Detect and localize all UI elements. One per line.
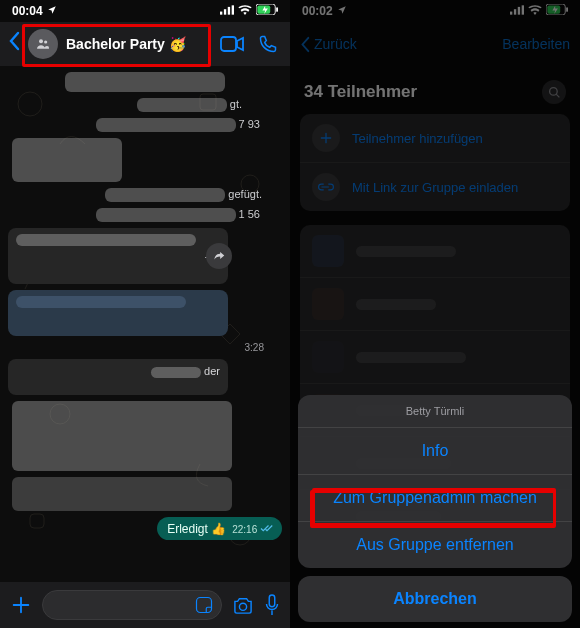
chat-header[interactable]: Bachelor Party 🥳 bbox=[0, 22, 290, 66]
outgoing-msg[interactable]: Erledigt 👍 22:16 bbox=[157, 517, 282, 540]
battery-icon bbox=[256, 4, 278, 18]
location-arrow-icon bbox=[47, 4, 57, 18]
svg-point-7 bbox=[39, 39, 43, 43]
search-icon bbox=[548, 86, 561, 99]
status-bar: 00:02 bbox=[290, 0, 580, 22]
svg-rect-18 bbox=[269, 595, 275, 607]
svg-rect-6 bbox=[276, 7, 278, 12]
incoming-msg[interactable]: --C bbox=[8, 228, 228, 284]
msg-frag: gt. bbox=[230, 98, 242, 110]
participants-count: 34 Teilnehmer bbox=[304, 82, 417, 102]
group-actions-card: Teilnehmer hinzufügen Mit Link zur Grupp… bbox=[300, 114, 570, 211]
chat-messages-area[interactable]: gt. 7 93 gefügt. 1 56 --C 3:28 der Erled… bbox=[0, 66, 290, 582]
location-arrow-icon bbox=[337, 4, 347, 18]
redacted-system-msg bbox=[65, 72, 225, 92]
edit-button[interactable]: Bearbeiten bbox=[502, 36, 570, 52]
participant-row[interactable] bbox=[300, 278, 570, 331]
nav-bar: Zurück Bearbeiten bbox=[290, 22, 580, 66]
svg-rect-1 bbox=[224, 9, 226, 14]
video-call-icon[interactable] bbox=[218, 36, 246, 52]
add-participant-label: Teilnehmer hinzufügen bbox=[352, 131, 483, 146]
outgoing-text: Erledigt 👍 bbox=[167, 522, 226, 536]
timestamp-frag: 3:28 bbox=[245, 342, 282, 353]
action-sheet: Betty Türmli Info Zum Gruppenadmin mache… bbox=[298, 395, 572, 622]
svg-point-17 bbox=[239, 603, 246, 610]
sheet-info-button[interactable]: Info bbox=[298, 428, 572, 475]
message-input-bar bbox=[0, 582, 290, 628]
action-sheet-options: Betty Türmli Info Zum Gruppenadmin mache… bbox=[298, 395, 572, 568]
participants-header: 34 Teilnehmer bbox=[290, 66, 580, 114]
forward-icon[interactable] bbox=[206, 243, 232, 269]
back-label: Zurück bbox=[314, 36, 357, 52]
redacted-msg bbox=[12, 138, 122, 182]
svg-rect-9 bbox=[221, 37, 236, 51]
invite-link-label: Mit Link zur Gruppe einladen bbox=[352, 180, 518, 195]
redacted-msg bbox=[12, 477, 232, 511]
wifi-icon bbox=[528, 4, 542, 18]
svg-point-26 bbox=[549, 87, 557, 95]
msg-frag: 7 93 bbox=[239, 118, 260, 130]
svg-rect-3 bbox=[232, 5, 234, 14]
sheet-remove-button[interactable]: Aus Gruppe entfernen bbox=[298, 522, 572, 568]
link-icon bbox=[312, 173, 340, 201]
sheet-cancel-button[interactable]: Abbrechen bbox=[298, 576, 572, 622]
svg-rect-21 bbox=[518, 7, 520, 15]
back-button[interactable]: Zurück bbox=[300, 36, 357, 53]
chevron-left-icon bbox=[300, 36, 310, 53]
participant-row[interactable] bbox=[300, 331, 570, 384]
clock: 00:04 bbox=[12, 4, 43, 18]
battery-icon bbox=[546, 4, 568, 18]
sticker-icon[interactable] bbox=[195, 596, 213, 614]
signal-icon bbox=[510, 4, 524, 18]
redacted-msg bbox=[12, 401, 232, 471]
add-participant-row[interactable]: Teilnehmer hinzufügen bbox=[300, 114, 570, 163]
incoming-reply-msg[interactable] bbox=[8, 290, 228, 336]
svg-rect-22 bbox=[522, 5, 524, 14]
svg-rect-19 bbox=[510, 12, 512, 15]
attach-icon[interactable] bbox=[10, 594, 32, 616]
incoming-msg[interactable]: der bbox=[8, 359, 228, 395]
participant-row[interactable] bbox=[300, 225, 570, 278]
svg-rect-25 bbox=[566, 7, 568, 12]
msg-frag: 1 56 bbox=[239, 208, 260, 220]
clock: 00:02 bbox=[302, 4, 333, 18]
sheet-title: Betty Türmli bbox=[298, 395, 572, 428]
messages-list: gt. 7 93 gefügt. 1 56 --C 3:28 der Erled… bbox=[0, 66, 290, 582]
mic-icon[interactable] bbox=[264, 594, 280, 616]
svg-rect-2 bbox=[228, 7, 230, 15]
voice-call-icon[interactable] bbox=[254, 34, 282, 54]
message-input[interactable] bbox=[42, 590, 222, 620]
sheet-make-admin-button[interactable]: Zum Gruppenadmin machen bbox=[298, 475, 572, 522]
svg-rect-0 bbox=[220, 12, 222, 15]
msg-frag: gefügt. bbox=[228, 188, 262, 200]
status-bar: 00:04 bbox=[0, 0, 290, 22]
svg-rect-20 bbox=[514, 9, 516, 14]
back-icon[interactable] bbox=[8, 31, 20, 57]
plus-circle-icon bbox=[312, 124, 340, 152]
camera-icon[interactable] bbox=[232, 596, 254, 614]
svg-rect-16 bbox=[197, 598, 212, 613]
search-button[interactable] bbox=[542, 80, 566, 104]
group-avatar[interactable] bbox=[28, 29, 58, 59]
read-ticks-icon bbox=[260, 524, 274, 533]
people-icon bbox=[35, 36, 51, 52]
right-phone-participants: 00:02 Zurück Bearbeiten 34 Teilnehmer Te… bbox=[290, 0, 580, 628]
svg-point-8 bbox=[44, 40, 47, 43]
signal-icon bbox=[220, 4, 234, 18]
chat-title[interactable]: Bachelor Party 🥳 bbox=[66, 36, 210, 52]
wifi-icon bbox=[238, 4, 252, 18]
left-phone-chat: 00:04 Bachelor Party 🥳 bbox=[0, 0, 290, 628]
invite-link-row[interactable]: Mit Link zur Gruppe einladen bbox=[300, 163, 570, 211]
